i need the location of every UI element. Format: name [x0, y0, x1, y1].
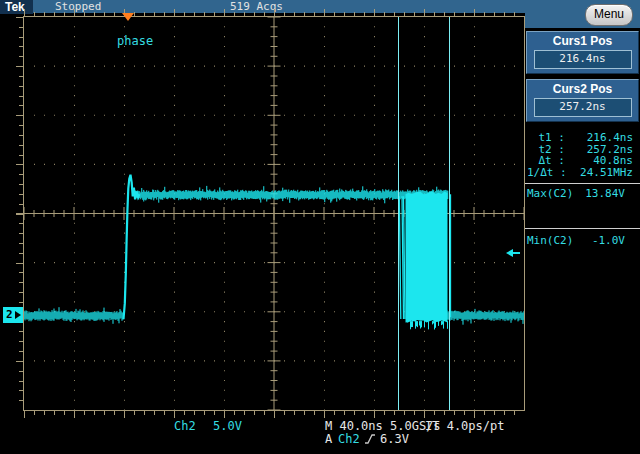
vertical-scale[interactable]: 5.0V [213, 420, 242, 432]
trigger-source-label: Ch2 [338, 433, 360, 445]
trigger-level-arrow-icon[interactable] [506, 249, 520, 257]
min-value: -1.0V [573, 235, 637, 247]
waveform-rising-edge [124, 175, 140, 319]
cursor-readout: t1 :216.4ns t2 :257.2ns Δt :40.8ns 1/Δt … [527, 132, 637, 178]
oscilloscope-screen: Tek Stopped 519 Acqs Menu phase 2 Curs1 … [0, 0, 640, 454]
max-measurement: Max(C2) 13.84V [527, 188, 637, 200]
t1-value: 216.4ns [565, 132, 637, 144]
menu-bar: Menu [525, 0, 640, 28]
cursor1-position-panel: Curs1 Pos 216.4ns [526, 31, 639, 74]
waveform-display [24, 17, 524, 410]
t1-label: t1 : [527, 132, 565, 144]
max-label: Max(C2) [527, 188, 573, 200]
cursor1-panel-title: Curs1 Pos [527, 34, 638, 48]
cursor1-position-value[interactable]: 216.4ns [534, 50, 632, 69]
dt-label: Δt : [527, 155, 565, 167]
inv-dt-value: 24.51MHz [565, 167, 637, 179]
channel-label[interactable]: Ch2 [174, 420, 196, 432]
trace-label: phase [117, 34, 153, 48]
max-value: 13.84V [573, 188, 637, 200]
inv-dt-label: 1/Δt : [527, 167, 565, 179]
min-measurement: Min(C2) -1.0V [527, 235, 637, 247]
cursor2-position-panel: Curs2 Pos 257.2ns [526, 79, 639, 122]
trigger-type-label: A [325, 433, 332, 445]
menu-button[interactable]: Menu [585, 4, 633, 26]
cursor2-position-value[interactable]: 257.2ns [534, 98, 632, 117]
dt-value: 40.8ns [565, 155, 637, 167]
waveform-fall-jitter-block [406, 191, 448, 322]
channel2-ground-marker[interactable]: 2 [3, 307, 23, 323]
trigger-level-readout: 6.3V [380, 433, 409, 445]
ruler-bottom-minor [24, 411, 524, 415]
trigger-position-marker[interactable] [122, 13, 134, 21]
waveform-undershoot-noise [408, 321, 448, 329]
rising-edge-icon [364, 433, 376, 445]
timebase-readout: M 40.0ns 5.0GS/s [325, 420, 441, 432]
channel2-marker-label: 2 [6, 308, 13, 321]
separator [525, 228, 640, 229]
cursor2-panel-title: Curs2 Pos [527, 82, 638, 96]
separator [525, 183, 640, 184]
min-label: Min(C2) [527, 235, 573, 247]
acquisition-mode-readout: IT 4.0ps/pt [425, 420, 504, 432]
right-arrow-icon [15, 311, 21, 319]
